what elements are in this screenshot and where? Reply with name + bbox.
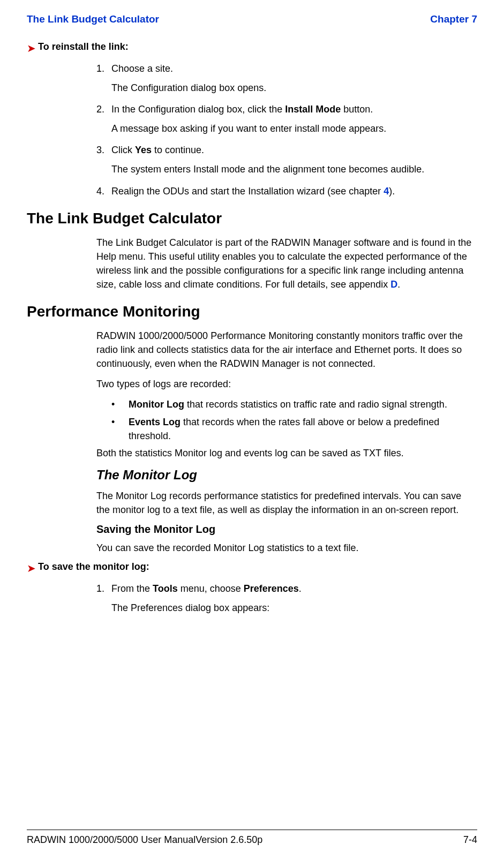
step-text: Click Yes to continue. <box>111 143 477 157</box>
step-number: 1. <box>96 582 111 596</box>
text-fragment: ). <box>389 186 395 197</box>
text-fragment: The Link Budget Calculator is part of th… <box>96 237 471 290</box>
procedure-title-text: To save the monitor log: <box>38 561 149 572</box>
step-4: 4. Realign the ODUs and start the Instal… <box>96 184 477 198</box>
paragraph: RADWIN 1000/2000/5000 Performance Monito… <box>96 329 477 371</box>
heading-saving-monitor-log: Saving the Monitor Log <box>96 523 477 536</box>
cross-ref-link[interactable]: 4 <box>383 186 389 197</box>
bold-term: Events Log <box>129 417 180 427</box>
step-text: Realign the ODUs and start the Installat… <box>111 184 477 198</box>
footer-right: 7-4 <box>463 834 477 846</box>
bold-term: Monitor Log <box>129 399 184 410</box>
procedure-title-text: To reinstall the link: <box>38 41 129 52</box>
step-1: 1. From the Tools menu, choose Preferenc… <box>96 582 477 596</box>
header-right: Chapter 7 <box>430 13 477 25</box>
text-fragment: that records statistics on traffic rate … <box>184 399 447 410</box>
paragraph: The Monitor Log records performance stat… <box>96 489 477 517</box>
bold-term: Install Mode <box>285 104 341 115</box>
text-fragment: . <box>299 583 302 594</box>
text-fragment: to continue. <box>152 145 204 155</box>
step-1-result: The Preferences dialog box appears: <box>111 601 477 615</box>
step-text: In the Configuration dialog box, click t… <box>111 102 477 116</box>
text-fragment: Realign the ODUs and start the Installat… <box>111 186 383 197</box>
footer-left: RADWIN 1000/2000/5000 User ManualVersion… <box>27 834 262 846</box>
step-number: 1. <box>96 62 111 76</box>
heading-monitor-log: The Monitor Log <box>96 468 477 483</box>
text-fragment: menu, choose <box>178 583 244 594</box>
heading-link-budget-calculator: The Link Budget Calculator <box>27 210 477 227</box>
step-number: 4. <box>96 184 111 198</box>
text-fragment: In the Configuration dialog box, click t… <box>111 104 285 115</box>
text-fragment: From the <box>111 583 153 594</box>
paragraph: You can save the recorded Monitor Log st… <box>96 541 477 555</box>
step-3: 3. Click Yes to continue. <box>96 143 477 157</box>
text-fragment: button. <box>341 104 373 115</box>
page-footer: RADWIN 1000/2000/5000 User ManualVersion… <box>27 830 477 846</box>
step-1: 1. Choose a site. <box>96 62 477 76</box>
cross-ref-link[interactable]: D <box>390 279 397 290</box>
chevron-icon: ➤ <box>27 561 36 575</box>
bullet-icon: • <box>111 397 129 411</box>
page-header: The Link Budget Calculator Chapter 7 <box>27 13 477 25</box>
text-fragment: Click <box>111 145 135 155</box>
procedure-reinstall-link: ➤ To reinstall the link: <box>27 41 477 55</box>
paragraph: Both the statistics Monitor log and even… <box>96 446 477 460</box>
step-number: 3. <box>96 143 111 157</box>
step-2: 2. In the Configuration dialog box, clic… <box>96 102 477 116</box>
bullet-text: Events Log that records when the rates f… <box>129 415 477 443</box>
bullet-icon: • <box>111 415 129 443</box>
paragraph: The Link Budget Calculator is part of th… <box>96 236 477 291</box>
procedure-save-monitor-log: ➤ To save the monitor log: <box>27 561 477 575</box>
step-1-result: The Configuration dialog box opens. <box>111 81 477 95</box>
step-text: Choose a site. <box>111 62 477 76</box>
list-item: • Monitor Log that records statistics on… <box>111 397 477 411</box>
heading-performance-monitoring: Performance Monitoring <box>27 303 477 320</box>
bold-term: Tools <box>153 583 178 594</box>
bold-term: Yes <box>135 145 152 155</box>
paragraph: Two types of logs are recorded: <box>96 377 477 391</box>
bullet-text: Monitor Log that records statistics on t… <box>129 397 477 411</box>
step-2-result: A message box asking if you want to ente… <box>111 122 477 135</box>
header-left: The Link Budget Calculator <box>27 13 159 25</box>
step-number: 2. <box>96 102 111 116</box>
list-item: • Events Log that records when the rates… <box>111 415 477 443</box>
text-fragment: . <box>397 279 400 290</box>
bold-term: Preferences <box>244 583 299 594</box>
step-text: From the Tools menu, choose Preferences. <box>111 582 477 596</box>
chevron-icon: ➤ <box>27 41 36 55</box>
step-3-result: The system enters Install mode and the a… <box>111 162 477 176</box>
